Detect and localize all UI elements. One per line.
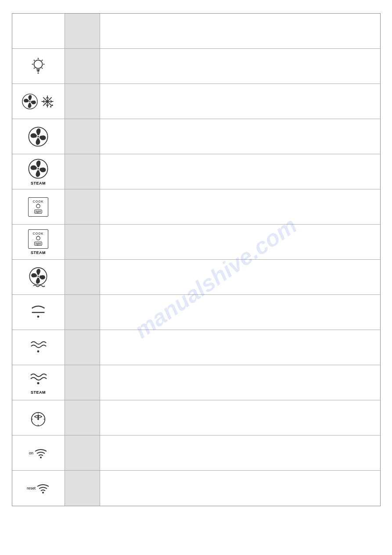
sun-icon — [28, 56, 49, 77]
wifi-reset-icon — [36, 483, 50, 493]
wifi-on-icon — [34, 448, 47, 458]
table-row — [12, 260, 380, 295]
svg-line-6 — [42, 68, 43, 69]
fan-wave-icon — [28, 267, 49, 288]
table-row — [12, 400, 380, 435]
steam-label-2: STEAM — [31, 250, 46, 255]
icon-cell-fan — [12, 119, 65, 154]
desc-cell — [100, 154, 380, 189]
shade-cell — [65, 14, 100, 48]
icon-cell-fan-steam: STEAM — [12, 154, 65, 189]
icon-cell — [12, 14, 65, 48]
svg-point-35 — [37, 168, 39, 170]
wave-dot-icon — [28, 337, 49, 358]
svg-point-29 — [51, 104, 53, 105]
shade-cell — [65, 84, 100, 119]
snowflake-icon — [40, 94, 55, 109]
icon-cell-fan-wave — [12, 260, 65, 294]
svg-point-28 — [50, 106, 51, 107]
desc-cell — [100, 119, 380, 154]
icon-cell-grill — [12, 295, 65, 330]
desc-cell — [100, 260, 380, 294]
dial-small-icon-2 — [34, 235, 43, 241]
table-row: cook light — [12, 189, 380, 225]
icon-cell-sun — [12, 49, 65, 83]
shade-cell — [65, 295, 100, 330]
icon-cell-wifi-on: on — [12, 435, 65, 470]
svg-point-56 — [42, 492, 44, 493]
desc-cell — [100, 14, 380, 48]
svg-point-42 — [37, 276, 39, 277]
shade-cell — [65, 225, 100, 259]
table-row: on — [12, 435, 380, 471]
fan-icon-2 — [28, 126, 49, 147]
desc-cell — [100, 330, 380, 365]
desc-cell — [100, 49, 380, 83]
fan-icon — [22, 93, 38, 110]
svg-point-55 — [40, 457, 42, 458]
desc-cell — [100, 189, 380, 224]
icon-cell-fan-snowflake — [12, 84, 65, 119]
icon-cell-cook-light: cook light — [12, 189, 65, 224]
svg-point-53 — [37, 418, 39, 420]
svg-point-36 — [36, 204, 40, 208]
desc-cell — [100, 471, 380, 506]
table-row: STEAM — [12, 154, 380, 189]
icon-cell-dial — [12, 400, 65, 435]
svg-point-38 — [36, 236, 40, 240]
table-row — [12, 84, 380, 119]
dial-icon — [28, 407, 49, 428]
table-row: reset — [12, 471, 380, 506]
svg-line-8 — [34, 68, 35, 69]
svg-point-0 — [34, 60, 42, 68]
light-text-2: light — [34, 242, 43, 246]
main-table: STEAM cook light cook — [12, 13, 381, 506]
grill-icon — [28, 302, 49, 323]
cook-light-box: cook light — [28, 197, 48, 217]
shade-cell — [65, 400, 100, 435]
desc-cell — [100, 84, 380, 119]
svg-point-14 — [29, 101, 31, 102]
shade-cell — [65, 435, 100, 470]
shade-cell — [65, 260, 100, 294]
steam-label: STEAM — [31, 181, 46, 185]
svg-line-5 — [34, 60, 35, 61]
desc-cell — [100, 365, 380, 400]
desc-cell — [100, 225, 380, 259]
table-row — [12, 14, 380, 49]
svg-point-11 — [38, 72, 39, 73]
shade-cell — [65, 189, 100, 224]
reset-label: reset — [27, 486, 36, 490]
wave-dot-steam-icon — [27, 371, 49, 388]
svg-point-46 — [37, 382, 40, 384]
table-row — [12, 330, 380, 365]
table-row: cook light STEAM — [12, 225, 380, 260]
dial-small-icon — [34, 203, 43, 209]
icon-cell-cook-light-steam: cook light STEAM — [12, 225, 65, 259]
desc-cell — [100, 400, 380, 435]
shade-cell — [65, 154, 100, 189]
svg-point-32 — [37, 136, 39, 138]
shade-cell — [65, 365, 100, 400]
light-text: light — [34, 210, 43, 214]
table-row — [12, 295, 380, 330]
svg-point-54 — [37, 416, 39, 417]
desc-cell — [100, 295, 380, 330]
shade-cell — [65, 49, 100, 83]
steam-label-3: STEAM — [31, 390, 46, 395]
fan-icon-3 — [28, 158, 49, 179]
svg-point-45 — [37, 350, 40, 352]
cook-light-box-2: cook light — [28, 229, 48, 249]
svg-line-7 — [42, 60, 43, 61]
icon-cell-wave-dot-steam: STEAM — [12, 365, 65, 400]
on-label: on — [29, 451, 33, 455]
shade-cell — [65, 330, 100, 365]
table-row: STEAM — [12, 365, 380, 400]
svg-point-44 — [37, 316, 40, 318]
shade-cell — [65, 119, 100, 154]
icon-cell-wave-dot — [12, 330, 65, 365]
cook-text-2: cook — [33, 232, 44, 235]
cook-text: cook — [33, 200, 44, 203]
svg-point-27 — [47, 101, 48, 102]
shade-cell — [65, 471, 100, 506]
